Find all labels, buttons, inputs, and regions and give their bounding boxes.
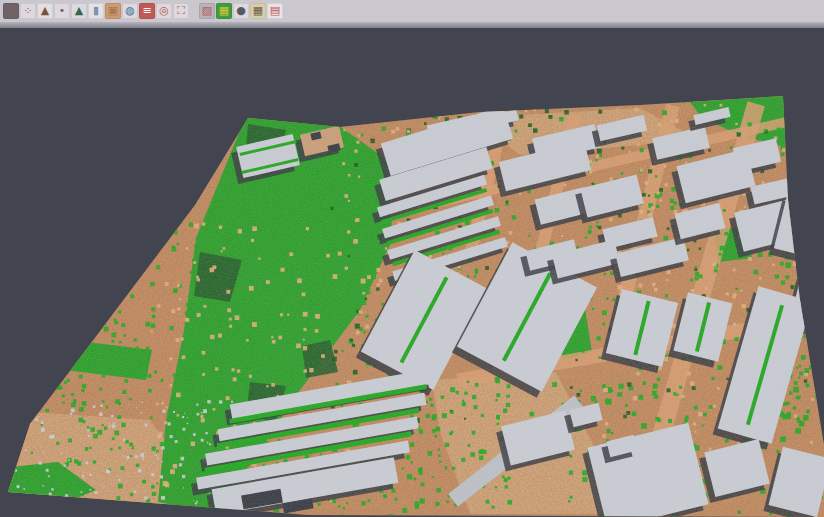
marker-icon: •	[59, 3, 66, 19]
toolbar-button-marker[interactable]: •	[54, 3, 70, 19]
texture-icon: ▦	[253, 3, 263, 19]
orthophoto-icon: ▣	[108, 3, 118, 19]
toolbar-button-sphere[interactable]: ●	[233, 3, 249, 19]
toolbar-button-classification[interactable]: ▦	[216, 3, 232, 19]
select-region-icon: ▨	[202, 3, 212, 19]
toolbar-button-dem[interactable]: ▲	[37, 3, 53, 19]
toolbar-button-select-region[interactable]: ▨	[199, 3, 215, 19]
toolbar-button-globe[interactable]: ◍	[122, 3, 138, 19]
toolbar-button-terrain-mesh[interactable]: ▲	[71, 3, 87, 19]
application-window: ⁙⁘▲•▲▮▣◍≡◎⛶▨▦●▦▤	[0, 0, 824, 517]
classification-icon: ▦	[219, 3, 229, 19]
toolbar-button-layers[interactable]: ≡	[139, 3, 155, 19]
layers-icon: ≡	[142, 3, 151, 19]
globe-icon: ◍	[125, 3, 135, 19]
toolbar-button-orthophoto[interactable]: ▣	[105, 3, 121, 19]
ruler-icon: ▤	[270, 3, 280, 19]
toolbar-button-texture[interactable]: ▦	[250, 3, 266, 19]
sphere-icon: ●	[236, 3, 246, 19]
crop-icon: ⛶	[177, 3, 185, 19]
point-cloud-icon: ⁙	[6, 3, 15, 19]
toolbar-button-column[interactable]: ▮	[88, 3, 104, 19]
toolbar: ⁙⁘▲•▲▮▣◍≡◎⛶▨▦●▦▤	[0, 0, 824, 22]
3d-viewport[interactable]	[0, 28, 824, 517]
toolbar-button-point-cloud[interactable]: ⁙	[3, 3, 19, 19]
target-icon: ◎	[159, 3, 169, 19]
match-points-icon: ⁘	[23, 3, 32, 19]
dem-icon: ▲	[41, 3, 49, 19]
toolbar-button-match-points[interactable]: ⁘	[20, 3, 36, 19]
terrain-model	[0, 28, 824, 517]
toolbar-button-target[interactable]: ◎	[156, 3, 172, 19]
column-icon: ▮	[93, 3, 99, 19]
toolbar-button-crop[interactable]: ⛶	[173, 3, 189, 19]
terrain-mesh-icon: ▲	[75, 3, 83, 19]
toolbar-button-ruler[interactable]: ▤	[267, 3, 283, 19]
